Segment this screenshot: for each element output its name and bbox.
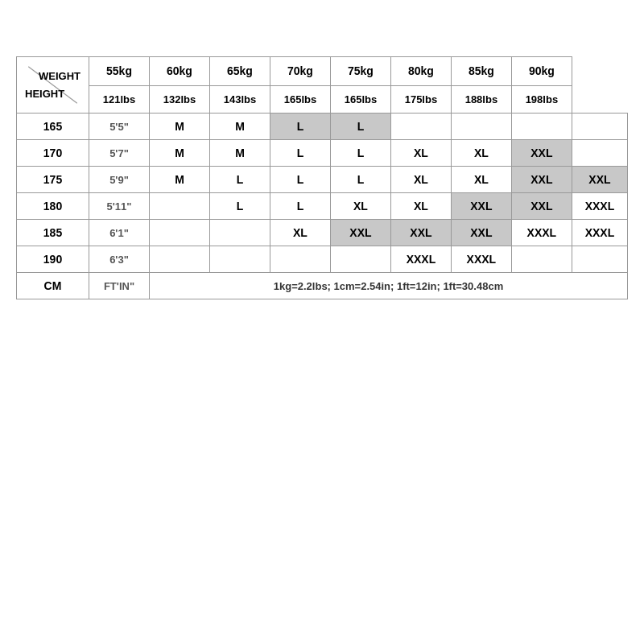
cell-5-1 <box>209 246 270 273</box>
cell-2-2: L <box>270 167 330 193</box>
cell-2-1: L <box>209 167 270 193</box>
cell-4-0 <box>149 220 209 246</box>
row-ft-4: 6'1" <box>89 220 150 246</box>
cell-1-7 <box>572 140 627 167</box>
footer-note: 1kg=2.2lbs; 1cm=2.54in; 1ft=12in; 1ft=30… <box>149 273 627 299</box>
cell-1-3: L <box>330 140 390 167</box>
cell-4-2: XL <box>270 220 330 246</box>
cell-5-3 <box>330 246 390 273</box>
footer-row: CMFT'IN"1kg=2.2lbs; 1cm=2.54in; 1ft=12in… <box>17 273 628 299</box>
weight-col-1: 60kg <box>149 57 209 86</box>
table-row: 1805'11"LLXLXLXXLXXLXXXL <box>17 193 628 220</box>
cell-4-7: XXXL <box>572 220 627 246</box>
lbs-col-7: 198lbs <box>511 85 572 113</box>
cell-3-7: XXXL <box>572 193 627 220</box>
table-row: 1755'9"MLLLXLXLXXLXXL <box>17 167 628 193</box>
cell-0-2: L <box>270 114 330 140</box>
cell-4-5: XXL <box>451 220 511 246</box>
table-row: 1906'3"XXXLXXXL <box>17 246 628 273</box>
cell-4-3: XXL <box>330 220 390 246</box>
row-ft-1: 5'7" <box>89 140 150 167</box>
cell-0-5 <box>451 114 511 140</box>
row-cm-4: 185 <box>17 220 89 246</box>
weight-col-7: 90kg <box>511 57 572 86</box>
cell-0-1: M <box>209 114 270 140</box>
lbs-col-2: 143lbs <box>209 85 270 113</box>
lbs-col-0: 121lbs <box>89 85 150 113</box>
corner-cell: WEIGHT HEIGHT <box>17 57 89 114</box>
row-cm-2: 175 <box>17 167 89 193</box>
weight-col-0: 55kg <box>89 57 150 86</box>
cell-3-4: XL <box>390 193 451 220</box>
cell-1-1: M <box>209 140 270 167</box>
cell-0-7 <box>572 114 627 140</box>
row-ft-5: 6'3" <box>89 246 150 273</box>
lbs-col-4: 165lbs <box>330 85 390 113</box>
row-cm-1: 170 <box>17 140 89 167</box>
cell-3-2: L <box>270 193 330 220</box>
cell-1-4: XL <box>390 140 451 167</box>
cell-0-0: M <box>149 114 209 140</box>
cell-5-7 <box>572 246 627 273</box>
cell-2-0: M <box>149 167 209 193</box>
row-cm-3: 180 <box>17 193 89 220</box>
cell-3-1: L <box>209 193 270 220</box>
weight-col-4: 75kg <box>330 57 390 86</box>
cell-1-2: L <box>270 140 330 167</box>
cell-1-6: XXL <box>511 140 572 167</box>
weight-col-6: 85kg <box>451 57 511 86</box>
cell-2-5: XL <box>451 167 511 193</box>
size-table: WEIGHT HEIGHT 55kg60kg65kg70kg75kg80kg85… <box>16 56 628 299</box>
row-ft-0: 5'5" <box>89 114 150 140</box>
cell-2-7: XXL <box>572 167 627 193</box>
table-row: 1655'5"MMLL <box>17 114 628 140</box>
table-row: 1856'1"XLXXLXXLXXLXXXLXXXL <box>17 220 628 246</box>
cell-0-3: L <box>330 114 390 140</box>
cell-1-5: XL <box>451 140 511 167</box>
cell-2-3: L <box>330 167 390 193</box>
footer-ft: FT'IN" <box>89 273 150 299</box>
row-cm-5: 190 <box>17 246 89 273</box>
cell-2-6: XXL <box>511 167 572 193</box>
table-row: 1705'7"MMLLXLXLXXL <box>17 140 628 167</box>
cell-3-5: XXL <box>451 193 511 220</box>
cell-5-4: XXXL <box>390 246 451 273</box>
weight-col-2: 65kg <box>209 57 270 86</box>
cell-5-5: XXXL <box>451 246 511 273</box>
cell-4-1 <box>209 220 270 246</box>
cell-3-0 <box>149 193 209 220</box>
cell-5-6 <box>511 246 572 273</box>
row-ft-2: 5'9" <box>89 167 150 193</box>
footer-cm: CM <box>17 273 89 299</box>
lbs-col-5: 175lbs <box>390 85 451 113</box>
lbs-col-6: 188lbs <box>451 85 511 113</box>
cell-3-6: XXL <box>511 193 572 220</box>
weight-col-5: 80kg <box>390 57 451 86</box>
cell-0-4 <box>390 114 451 140</box>
row-cm-0: 165 <box>17 114 89 140</box>
cell-4-6: XXXL <box>511 220 572 246</box>
weight-label: WEIGHT <box>39 70 80 82</box>
lbs-col-3: 165lbs <box>270 85 330 113</box>
row-ft-3: 5'11" <box>89 193 150 220</box>
cell-5-0 <box>149 246 209 273</box>
cell-3-3: XL <box>330 193 390 220</box>
cell-2-4: XL <box>390 167 451 193</box>
height-label: HEIGHT <box>25 88 64 100</box>
cell-5-2 <box>270 246 330 273</box>
cell-1-0: M <box>149 140 209 167</box>
lbs-col-1: 132lbs <box>149 85 209 113</box>
weight-col-3: 70kg <box>270 57 330 86</box>
cell-4-4: XXL <box>390 220 451 246</box>
cell-0-6 <box>511 114 572 140</box>
